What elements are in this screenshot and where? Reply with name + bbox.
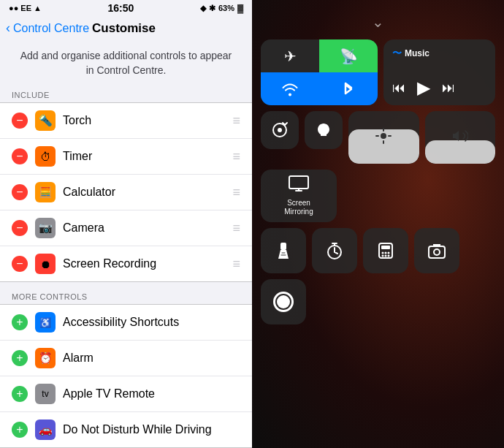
list-item: − 🔦 Torch ≡ (0, 103, 252, 139)
svg-point-16 (385, 255, 387, 257)
accessibility-label: Accessibility Shortcuts (63, 316, 240, 329)
remove-calculator-button[interactable]: − (12, 184, 28, 200)
list-item: − 🧮 Calculator ≡ (0, 175, 252, 210)
list-item: + 🚗 Do Not Disturb While Driving (0, 412, 252, 447)
svg-point-13 (385, 252, 387, 254)
add-appletv-button[interactable]: + (12, 386, 28, 402)
svg-point-19 (434, 249, 440, 255)
battery-icon: ▓ (237, 4, 243, 12)
drag-handle-timer[interactable]: ≡ (232, 149, 240, 164)
svg-rect-11 (381, 246, 390, 249)
cc-row4 (261, 228, 495, 273)
cc-screen-mirror-label: ScreenMirroring (284, 199, 313, 216)
remove-torch-button[interactable]: − (12, 113, 28, 129)
cc-cellular-button[interactable]: 📡 (319, 39, 378, 72)
calculator-icon: 🧮 (35, 182, 56, 202)
cc-play-button[interactable]: ▶ (417, 77, 430, 98)
cc-brightness-slider[interactable] (348, 111, 419, 164)
list-item: + tv Apple TV Remote (0, 376, 252, 412)
cc-volume-icon (452, 128, 468, 148)
more-controls-list: + ♿ Accessibility Shortcuts + ⏰ Alarm + … (0, 304, 252, 448)
dnd-driving-label: Do Not Disturb While Driving (63, 423, 240, 436)
more-controls-header: MORE CONTROLS (0, 288, 252, 304)
add-dnd-driving-button[interactable]: + (12, 422, 28, 438)
list-item: − ⏱ Timer ≡ (0, 139, 252, 175)
remove-camera-button[interactable]: − (12, 220, 28, 236)
right-status-icons: ◆ ✱ 63% ▓ (200, 4, 243, 13)
page-title: Customise (92, 21, 156, 36)
cc-row3: ScreenMirroring (261, 170, 495, 222)
cc-music-service: Music (405, 48, 429, 58)
drag-handle-calculator[interactable]: ≡ (232, 185, 240, 200)
timer-icon: ⏱ (35, 146, 56, 167)
remove-timer-button[interactable]: − (12, 148, 28, 164)
battery-percentage: 63% (218, 4, 234, 12)
cc-content: ⌄ ✈ 📡 (252, 0, 504, 333)
cc-airplay-icon: 〜 (392, 47, 402, 60)
screen-recording-icon: ⏺ (35, 254, 56, 274)
dnd-driving-icon: 🚗 (35, 419, 56, 440)
cc-top-row: ✈ 📡 〜 Music (261, 39, 495, 105)
cc-screen-mirror-icon (289, 175, 309, 196)
svg-point-12 (382, 252, 384, 254)
cc-torch-button[interactable] (261, 228, 306, 273)
include-list: − 🔦 Torch ≡ − ⏱ Timer ≡ − 🧮 Calculator ≡… (0, 102, 252, 282)
cc-screen-recording-button[interactable] (261, 279, 306, 324)
back-button[interactable]: ‹ Control Centre (6, 20, 89, 36)
cc-do-not-disturb-button[interactable] (305, 111, 343, 149)
appletv-icon: tv (35, 384, 56, 404)
appletv-label: Apple TV Remote (63, 387, 240, 400)
back-chevron-icon: ‹ (6, 20, 10, 36)
svg-point-2 (381, 133, 386, 139)
cc-brightness-icon (375, 128, 392, 148)
description-text: Add and organise additional controls to … (0, 40, 252, 86)
cc-music-widget[interactable]: 〜 Music ⏮ ▶ ⏭ (383, 39, 495, 105)
remove-screen-recording-button[interactable]: − (12, 256, 28, 272)
accessibility-icon: ♿ (35, 312, 56, 333)
cc-wifi-button[interactable] (261, 72, 319, 105)
add-accessibility-button[interactable]: + (12, 314, 28, 330)
svg-rect-7 (289, 176, 308, 189)
drag-handle-camera[interactable]: ≡ (232, 221, 240, 236)
control-centre-panel: ⌄ ✈ 📡 (252, 0, 504, 448)
cc-calculator-button[interactable] (363, 228, 408, 273)
cc-airplane-mode-button[interactable]: ✈ (261, 39, 319, 72)
camera-label: Camera (63, 221, 226, 235)
cc-timer-button[interactable] (312, 228, 357, 273)
cc-camera-button[interactable] (414, 228, 459, 273)
timer-label: Timer (63, 150, 226, 163)
add-alarm-button[interactable]: + (12, 350, 28, 366)
carrier-signal: ●● EE ▲ (9, 4, 42, 12)
left-panel: ●● EE ▲ 16:50 ◆ ✱ 63% ▓ ‹ Control Centre… (0, 0, 252, 448)
cc-music-label: 〜 Music (392, 47, 486, 60)
time-display: 16:50 (108, 2, 134, 14)
torch-label: Torch (63, 114, 226, 127)
camera-icon: 📷 (35, 218, 56, 238)
signal-bars: ●● EE (9, 4, 31, 12)
calculator-label: Calculator (63, 186, 226, 199)
drag-handle-screen-recording[interactable]: ≡ (232, 257, 240, 272)
cc-music-title (392, 63, 486, 77)
screen-recording-label: Screen Recording (63, 257, 226, 270)
svg-point-17 (388, 255, 390, 257)
cc-volume-slider[interactable] (425, 111, 496, 164)
cc-connectivity-grid: ✈ 📡 (261, 39, 378, 105)
cc-dismiss-chevron[interactable]: ⌄ (261, 13, 495, 31)
nav-bar: ‹ Control Centre Customise (0, 16, 252, 40)
cc-fast-forward-button[interactable]: ⏭ (442, 80, 455, 96)
cc-rewind-button[interactable]: ⏮ (392, 80, 405, 96)
list-item: − 📷 Camera ≡ (0, 210, 252, 246)
alarm-icon: ⏰ (35, 348, 56, 368)
bluetooth-icon: ✱ (209, 4, 215, 13)
cc-row5 (261, 279, 495, 324)
cc-row2 (261, 111, 495, 164)
svg-rect-8 (280, 243, 286, 250)
cc-screen-mirroring-button[interactable]: ScreenMirroring (261, 170, 337, 222)
cc-orientation-lock-button[interactable] (261, 111, 299, 149)
cc-record-circle-icon (273, 292, 294, 312)
drag-handle-torch[interactable]: ≡ (232, 113, 240, 129)
location-icon: ◆ (200, 4, 206, 13)
list-item: + ⏰ Alarm (0, 341, 252, 376)
cc-bluetooth-button[interactable] (319, 72, 378, 105)
cc-record-inner-icon (277, 295, 290, 308)
